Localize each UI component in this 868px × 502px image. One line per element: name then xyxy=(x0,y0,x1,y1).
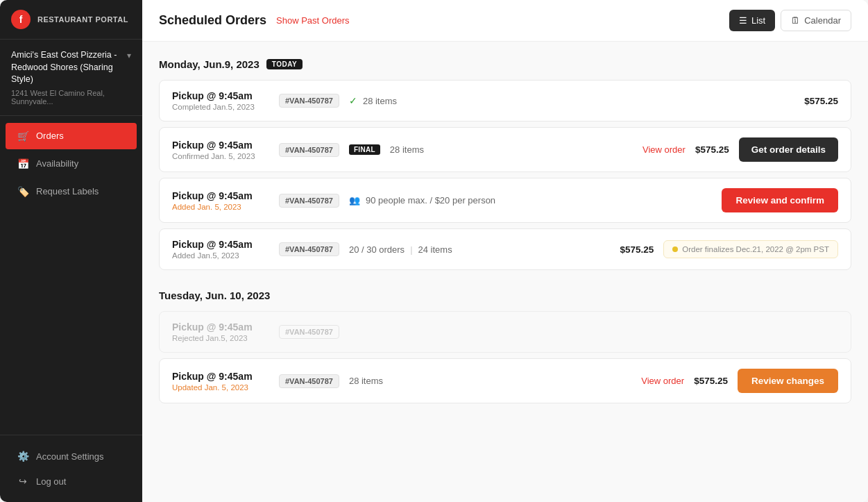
account-settings-label: Account Settings xyxy=(36,451,104,462)
order-time-section: Pickup @ 9:45am Confirmed Jan. 5, 2023 xyxy=(172,140,269,160)
sidebar-item-availability-label: Availability xyxy=(36,158,78,169)
list-view-button[interactable]: ☰ List xyxy=(729,10,775,31)
order-meta: 28 items xyxy=(349,376,631,386)
order-tag: #VAN-450787 xyxy=(279,143,339,157)
order-tag: #VAN-450787 xyxy=(279,94,339,108)
order-time-section: Pickup @ 9:45am Rejected Jan.5, 2023 xyxy=(172,321,269,342)
chevron-down-icon: ▾ xyxy=(127,51,131,60)
order-meta: ✓ 28 items xyxy=(349,95,794,106)
review-changes-button[interactable]: Review changes xyxy=(738,369,838,393)
final-badge: FINAL xyxy=(349,144,380,155)
list-icon: ☰ xyxy=(739,15,747,26)
sidebar-item-orders[interactable]: 🛒 Orders xyxy=(6,123,137,149)
order-status: Added Jan. 5, 2023 xyxy=(172,203,269,211)
sidebar-item-availability[interactable]: 📅 Availability xyxy=(6,151,137,177)
table-row: Pickup @ 9:45am Completed Jan.5, 2023 #V… xyxy=(159,80,851,122)
order-status: Rejected Jan.5, 2023 xyxy=(172,334,269,342)
order-meta: 20 / 30 orders | 24 items xyxy=(349,244,611,255)
order-price: $575.25 xyxy=(695,144,729,155)
orders-content: Monday, Jun.9, 2023 TODAY Pickup @ 9:45a… xyxy=(142,42,868,502)
sidebar-nav: 🛒 Orders 📅 Availability 🏷️ Request Label… xyxy=(0,116,142,435)
review-and-confirm-button[interactable]: Review and confirm xyxy=(722,188,838,212)
orders-count: 20 / 30 orders xyxy=(349,244,405,255)
order-tag: #VAN-450787 xyxy=(279,242,339,256)
restaurant-address: 1241 West El Camino Real, Sunnyvale... xyxy=(11,89,127,106)
order-price: $575.25 xyxy=(620,244,654,255)
order-time-section: Pickup @ 9:45am Completed Jan.5, 2023 xyxy=(172,90,269,111)
view-order-link[interactable]: View order xyxy=(641,376,684,386)
table-row: Pickup @ 9:45am Rejected Jan.5, 2023 #VA… xyxy=(159,311,851,353)
order-time: Pickup @ 9:45am xyxy=(172,140,269,151)
order-items: 28 items xyxy=(349,376,383,386)
finalize-badge: Order finalizes Dec.21, 2022 @ 2pm PST xyxy=(663,240,838,258)
log-out-item[interactable]: ↪ Log out xyxy=(6,469,137,494)
view-order-link[interactable]: View order xyxy=(643,144,686,155)
log-out-label: Log out xyxy=(36,476,66,487)
tuesday-date-label: Tuesday, Jun. 10, 2023 xyxy=(159,290,270,301)
order-time: Pickup @ 9:45am xyxy=(172,321,269,333)
order-status: Updated Jan. 5, 2023 xyxy=(172,383,269,392)
people-meta: 90 people max. / $20 per person xyxy=(366,195,495,206)
monday-section: Monday, Jun.9, 2023 TODAY Pickup @ 9:45a… xyxy=(159,58,851,270)
orders-icon: 🛒 xyxy=(17,130,29,142)
tuesday-heading: Tuesday, Jun. 10, 2023 xyxy=(159,290,851,301)
order-time: Pickup @ 9:45am xyxy=(172,239,269,250)
sidebar-item-request-labels[interactable]: 🏷️ Request Labels xyxy=(6,178,137,205)
order-items: 24 items xyxy=(418,244,452,255)
order-status: Added Jan.5, 2023 xyxy=(172,251,269,260)
sidebar-item-labels-label: Request Labels xyxy=(36,186,99,196)
check-icon: ✓ xyxy=(349,95,357,106)
order-time: Pickup @ 9:45am xyxy=(172,90,269,101)
topbar-title-area: Scheduled Orders Show Past Orders xyxy=(159,13,350,28)
order-tag: #VAN-450787 xyxy=(279,194,339,208)
order-tag: #VAN-450787 xyxy=(279,374,339,388)
table-row: Pickup @ 9:45am Updated Jan. 5, 2023 #VA… xyxy=(159,358,851,403)
account-settings-item[interactable]: ⚙️ Account Settings xyxy=(6,444,137,469)
main-content: Scheduled Orders Show Past Orders ☰ List… xyxy=(142,0,868,502)
finalize-dot-icon xyxy=(672,246,678,252)
order-meta: 28 items xyxy=(390,144,633,155)
availability-icon: 📅 xyxy=(17,158,29,170)
gear-icon: ⚙️ xyxy=(17,450,29,462)
table-row: Pickup @ 9:45am Confirmed Jan. 5, 2023 #… xyxy=(159,127,851,172)
table-row: Pickup @ 9:45am Added Jan.5, 2023 #VAN-4… xyxy=(159,228,851,270)
monday-heading: Monday, Jun.9, 2023 TODAY xyxy=(159,58,851,70)
order-price: $575.25 xyxy=(694,376,728,386)
brand-label: RESTAURANT PORTAL xyxy=(37,15,128,24)
order-tag: #VAN-450787 xyxy=(279,325,339,339)
order-time-section: Pickup @ 9:45am Updated Jan. 5, 2023 xyxy=(172,371,269,392)
sidebar-header: f RESTAURANT PORTAL xyxy=(0,0,142,40)
order-time: Pickup @ 9:45am xyxy=(172,190,269,201)
page-title: Scheduled Orders xyxy=(159,13,266,28)
restaurant-name: Amici's East Cost Pizzeria - Redwood Sho… xyxy=(11,49,127,86)
get-order-details-button[interactable]: Get order details xyxy=(739,137,838,162)
order-status: Confirmed Jan. 5, 2023 xyxy=(172,152,269,160)
brand-logo: f xyxy=(11,10,31,29)
order-time: Pickup @ 9:45am xyxy=(172,371,269,382)
order-meta: 👥 90 people max. / $20 per person xyxy=(349,195,526,206)
calendar-icon: 🗓 xyxy=(791,15,800,26)
order-time-section: Pickup @ 9:45am Added Jan.5, 2023 xyxy=(172,239,269,260)
tuesday-section: Tuesday, Jun. 10, 2023 Pickup @ 9:45am R… xyxy=(159,290,851,403)
topbar-actions: ☰ List 🗓 Calendar xyxy=(729,10,851,31)
calendar-button-label: Calendar xyxy=(804,15,841,26)
order-items: 28 items xyxy=(363,96,397,106)
restaurant-selector[interactable]: Amici's East Cost Pizzeria - Redwood Sho… xyxy=(0,40,142,116)
sidebar-bottom: ⚙️ Account Settings ↪ Log out xyxy=(0,435,142,502)
finalize-text: Order finalizes Dec.21, 2022 @ 2pm PST xyxy=(682,245,829,253)
monday-date-label: Monday, Jun.9, 2023 xyxy=(159,58,259,70)
sidebar-item-orders-label: Orders xyxy=(36,131,64,141)
table-row: Pickup @ 9:45am Added Jan. 5, 2023 #VAN-… xyxy=(159,178,851,223)
calendar-view-button[interactable]: 🗓 Calendar xyxy=(781,10,851,31)
order-status: Completed Jan.5, 2023 xyxy=(172,103,269,111)
logout-icon: ↪ xyxy=(17,475,29,487)
list-button-label: List xyxy=(751,15,765,26)
sidebar: f RESTAURANT PORTAL Amici's East Cost Pi… xyxy=(0,0,142,502)
separator: | xyxy=(410,244,412,255)
order-time-section: Pickup @ 9:45am Added Jan. 5, 2023 xyxy=(172,190,269,211)
show-past-orders-link[interactable]: Show Past Orders xyxy=(276,15,350,26)
order-items: 28 items xyxy=(390,144,424,155)
today-badge: TODAY xyxy=(266,59,303,69)
labels-icon: 🏷️ xyxy=(17,185,29,198)
topbar: Scheduled Orders Show Past Orders ☰ List… xyxy=(142,0,868,42)
